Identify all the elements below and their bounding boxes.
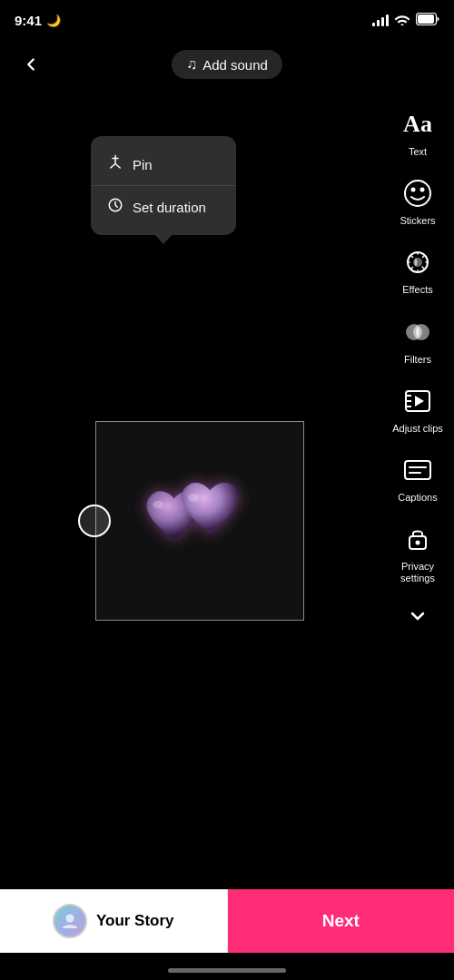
hearts-sticker bbox=[141, 471, 259, 571]
captions-icon bbox=[399, 451, 437, 489]
right-toolbar: Aa Text Stickers Effects bbox=[381, 91, 454, 638]
add-sound-button[interactable]: ♫ Add sound bbox=[172, 50, 282, 79]
pin-icon bbox=[107, 154, 123, 174]
video-container[interactable] bbox=[95, 421, 304, 621]
more-tools-button[interactable] bbox=[401, 600, 434, 638]
tool-effects[interactable]: Effects bbox=[386, 238, 449, 301]
set-duration-label: Set duration bbox=[133, 200, 206, 215]
moon-icon: 🌙 bbox=[46, 14, 61, 27]
home-indicator bbox=[168, 968, 286, 973]
pin-menu-item[interactable]: Pin bbox=[91, 143, 236, 186]
text-icon: Aa bbox=[399, 105, 437, 143]
status-bar: 9:41 🌙 bbox=[0, 0, 454, 40]
tool-filters[interactable]: Filters bbox=[386, 308, 449, 371]
time-label: 9:41 bbox=[15, 13, 42, 28]
filters-label: Filters bbox=[404, 354, 431, 366]
tool-privacy-settings[interactable]: Privacy settings bbox=[386, 514, 449, 590]
scrubber-handle[interactable] bbox=[78, 505, 111, 537]
svg-point-23 bbox=[65, 915, 74, 923]
svg-point-4 bbox=[411, 188, 416, 192]
music-note-icon: ♫ bbox=[186, 56, 197, 73]
add-sound-label: Add sound bbox=[202, 57, 268, 73]
set-duration-menu-item[interactable]: Set duration bbox=[91, 186, 236, 228]
your-story-button[interactable]: Your Story bbox=[0, 889, 228, 953]
effects-label: Effects bbox=[402, 284, 432, 296]
svg-rect-2 bbox=[418, 15, 434, 24]
status-icons bbox=[372, 13, 439, 28]
svg-point-9 bbox=[413, 324, 429, 340]
next-button[interactable]: Next bbox=[228, 889, 455, 953]
adjust-clips-icon bbox=[399, 382, 437, 420]
clock-icon bbox=[107, 197, 123, 217]
bottom-bar: Your Story Next bbox=[0, 889, 454, 953]
tool-stickers[interactable]: Stickers bbox=[386, 169, 449, 232]
svg-point-3 bbox=[405, 181, 430, 206]
svg-point-0 bbox=[401, 24, 404, 25]
tool-adjust-clips[interactable]: Adjust clips bbox=[386, 377, 449, 440]
privacy-icon bbox=[399, 520, 437, 558]
stickers-label: Stickers bbox=[400, 215, 435, 227]
svg-point-21 bbox=[153, 501, 163, 509]
effects-icon bbox=[399, 243, 437, 281]
status-time: 9:41 🌙 bbox=[15, 13, 61, 28]
your-story-label: Your Story bbox=[96, 912, 174, 930]
story-avatar bbox=[53, 904, 87, 938]
svg-point-22 bbox=[188, 494, 199, 502]
adjust-clips-label: Adjust clips bbox=[392, 423, 443, 435]
header: ♫ Add sound bbox=[0, 40, 454, 89]
battery-icon bbox=[416, 13, 439, 28]
text-label: Text bbox=[409, 146, 427, 158]
next-label: Next bbox=[322, 911, 360, 931]
wifi-icon bbox=[394, 13, 410, 28]
captions-label: Captions bbox=[398, 492, 437, 504]
pin-label: Pin bbox=[133, 157, 153, 172]
signal-icon bbox=[372, 14, 389, 26]
tool-captions[interactable]: Captions bbox=[386, 446, 449, 509]
svg-point-5 bbox=[420, 188, 425, 192]
stickers-icon bbox=[399, 174, 437, 212]
privacy-settings-label: Privacy settings bbox=[390, 561, 446, 584]
svg-point-19 bbox=[416, 541, 420, 545]
filters-icon bbox=[399, 313, 437, 351]
svg-marker-11 bbox=[415, 396, 424, 407]
svg-rect-15 bbox=[405, 461, 430, 479]
context-menu: Pin Set duration bbox=[91, 136, 236, 235]
back-button[interactable] bbox=[15, 48, 47, 81]
tool-text[interactable]: Aa Text bbox=[386, 100, 449, 163]
